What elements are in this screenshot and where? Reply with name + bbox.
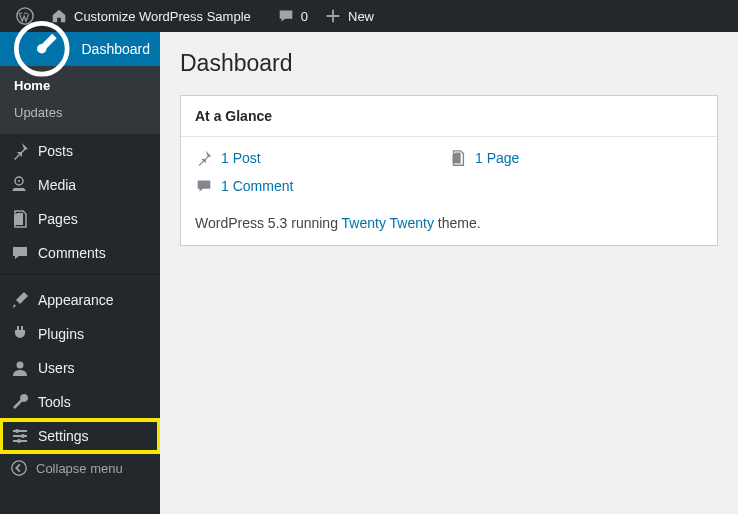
- submenu-updates[interactable]: Updates: [0, 99, 160, 126]
- menu-users[interactable]: Users: [0, 351, 160, 385]
- svg-point-8: [12, 461, 26, 475]
- theme-info: WordPress 5.3 running Twenty Twenty them…: [181, 201, 717, 245]
- menu-posts-label: Posts: [38, 143, 73, 159]
- site-link[interactable]: Customize WordPress Sample: [42, 0, 259, 32]
- collapse-menu[interactable]: Collapse menu: [0, 453, 160, 483]
- menu-tools[interactable]: Tools: [0, 385, 160, 419]
- at-a-glance-heading: At a Glance: [181, 96, 717, 137]
- pin-icon: [10, 141, 30, 161]
- dashboard-icon: [10, 17, 74, 81]
- glance-stats: 1 Post 1 Comment 1 Page: [181, 137, 717, 201]
- new-content-link[interactable]: New: [316, 0, 382, 32]
- theme-suffix: theme.: [434, 215, 481, 231]
- menu-users-label: Users: [38, 360, 75, 376]
- admin-sidebar: Dashboard Home Updates Posts Media Pages…: [0, 32, 160, 514]
- svg-point-7: [17, 439, 21, 443]
- menu-plugins-label: Plugins: [38, 326, 84, 342]
- comment-icon: [195, 177, 213, 195]
- theme-prefix: WordPress 5.3 running: [195, 215, 342, 231]
- menu-media-label: Media: [38, 177, 76, 193]
- comment-icon: [10, 243, 30, 263]
- menu-appearance-label: Appearance: [38, 292, 114, 308]
- menu-settings-label: Settings: [38, 428, 89, 444]
- media-icon: [10, 175, 30, 195]
- wrench-icon: [10, 392, 30, 412]
- at-a-glance-box: At a Glance 1 Post 1 Comment 1 Page: [180, 95, 718, 246]
- site-title: Customize WordPress Sample: [74, 9, 251, 24]
- menu-comments[interactable]: Comments: [0, 236, 160, 270]
- admin-bar: Customize WordPress Sample 0 New: [0, 0, 738, 32]
- sliders-icon: [10, 426, 30, 446]
- chevron-left-circle-icon: [10, 459, 28, 477]
- pin-icon: [195, 149, 213, 167]
- pages-icon: [10, 209, 30, 229]
- comment-count: 0: [301, 9, 308, 24]
- brush-icon: [10, 290, 30, 310]
- page-title: Dashboard: [180, 50, 718, 77]
- glance-posts-label: 1 Post: [221, 150, 261, 166]
- svg-point-4: [17, 362, 24, 369]
- plus-icon: [324, 7, 342, 25]
- menu-dashboard-label: Dashboard: [82, 41, 151, 57]
- menu-media[interactable]: Media: [0, 168, 160, 202]
- new-label: New: [348, 9, 374, 24]
- user-icon: [10, 358, 30, 378]
- menu-pages[interactable]: Pages: [0, 202, 160, 236]
- menu-comments-label: Comments: [38, 245, 106, 261]
- menu-appearance[interactable]: Appearance: [0, 283, 160, 317]
- comment-icon: [277, 7, 295, 25]
- pages-icon: [449, 149, 467, 167]
- glance-comments[interactable]: 1 Comment: [195, 177, 449, 195]
- theme-link[interactable]: Twenty Twenty: [342, 215, 434, 231]
- menu-plugins[interactable]: Plugins: [0, 317, 160, 351]
- menu-dashboard[interactable]: Dashboard: [0, 32, 160, 66]
- menu-settings[interactable]: Settings: [0, 419, 160, 453]
- glance-comments-label: 1 Comment: [221, 178, 293, 194]
- glance-pages-label: 1 Page: [475, 150, 519, 166]
- menu-separator: [0, 274, 160, 279]
- menu-posts[interactable]: Posts: [0, 134, 160, 168]
- glance-posts[interactable]: 1 Post: [195, 149, 449, 167]
- svg-point-5: [15, 429, 19, 433]
- svg-point-2: [37, 44, 47, 54]
- plug-icon: [10, 324, 30, 344]
- svg-point-6: [21, 434, 25, 438]
- collapse-label: Collapse menu: [36, 461, 123, 476]
- main-content: Dashboard At a Glance 1 Post 1 Comment 1…: [160, 32, 738, 514]
- glance-pages[interactable]: 1 Page: [449, 149, 703, 167]
- menu-pages-label: Pages: [38, 211, 78, 227]
- menu-tools-label: Tools: [38, 394, 71, 410]
- comments-link[interactable]: 0: [269, 0, 316, 32]
